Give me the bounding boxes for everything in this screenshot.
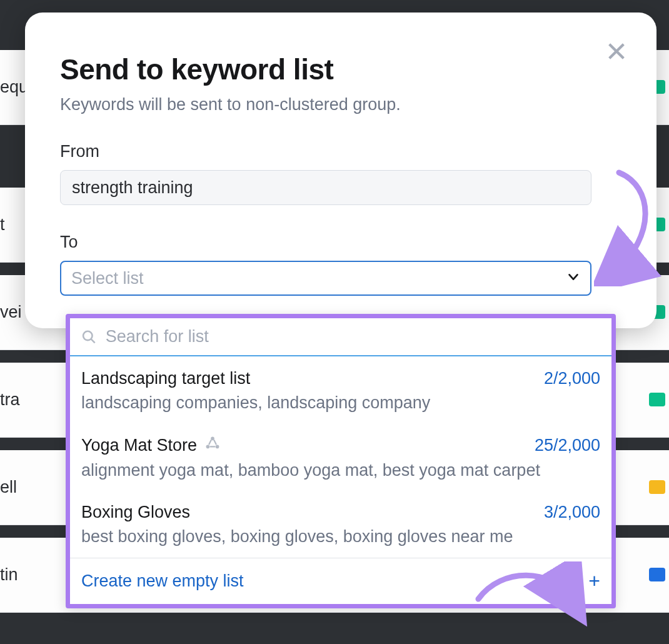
list-item-subtitle: landscaping companies, landscaping compa… bbox=[81, 393, 600, 413]
svg-point-1 bbox=[211, 437, 214, 441]
to-select-dropdown: Landscaping target list2/2,000landscapin… bbox=[66, 314, 616, 608]
create-new-list-label: Create new empty list bbox=[81, 571, 244, 591]
modal-title: Send to keyword list bbox=[60, 53, 621, 86]
list-item[interactable]: Landscaping target list2/2,000landscapin… bbox=[70, 356, 611, 424]
list-item-subtitle: alignment yoga mat, bamboo yoga mat, bes… bbox=[81, 461, 600, 480]
from-value: strength training bbox=[72, 178, 193, 198]
list-item[interactable]: Yoga Mat Store25/2,000alignment yoga mat… bbox=[70, 424, 611, 491]
create-new-list-button[interactable]: Create new empty list + bbox=[70, 558, 611, 604]
list-item-count: 2/2,000 bbox=[544, 369, 600, 388]
to-placeholder: Select list bbox=[71, 269, 144, 288]
dropdown-list: Landscaping target list2/2,000landscapin… bbox=[70, 356, 611, 558]
close-button[interactable] bbox=[603, 38, 630, 65]
search-icon bbox=[81, 329, 97, 345]
from-label: From bbox=[60, 142, 621, 161]
svg-point-0 bbox=[83, 331, 92, 340]
background-row-badge bbox=[649, 568, 665, 581]
chevron-down-icon bbox=[566, 270, 580, 286]
modal-subtitle: Keywords will be sent to non-clustered g… bbox=[60, 95, 621, 114]
dropdown-search-input[interactable] bbox=[106, 327, 600, 346]
dropdown-search-row bbox=[70, 318, 611, 356]
list-item-count: 3/2,000 bbox=[544, 503, 600, 522]
list-item-header: Yoga Mat Store25/2,000 bbox=[81, 435, 600, 456]
send-to-keyword-list-modal: Send to keyword list Keywords will be se… bbox=[25, 13, 656, 328]
background-row-text: t bbox=[0, 215, 5, 234]
background-row-text: tin bbox=[0, 565, 18, 585]
list-item-header: Boxing Gloves3/2,000 bbox=[81, 503, 600, 522]
list-item-name: Landscaping target list bbox=[81, 369, 250, 388]
background-row-badge bbox=[649, 393, 665, 406]
svg-point-2 bbox=[206, 445, 210, 449]
list-item-subtitle: best boxing gloves, boxing gloves, boxin… bbox=[81, 527, 600, 546]
to-select[interactable]: Select list bbox=[60, 261, 591, 296]
plus-icon: + bbox=[588, 570, 600, 593]
background-row-text: equ bbox=[0, 78, 28, 97]
background-row-text: ell bbox=[0, 478, 17, 497]
background-row-text: tra bbox=[0, 390, 20, 410]
list-item-name-text: Yoga Mat Store bbox=[81, 436, 197, 455]
list-item[interactable]: Boxing Gloves3/2,000best boxing gloves, … bbox=[70, 491, 611, 558]
background-row-badge bbox=[649, 480, 665, 494]
list-item-header: Landscaping target list2/2,000 bbox=[81, 369, 600, 388]
list-item-name: Yoga Mat Store bbox=[81, 435, 221, 456]
shared-icon bbox=[204, 435, 221, 456]
svg-point-3 bbox=[216, 445, 219, 449]
from-input[interactable]: strength training bbox=[60, 170, 591, 205]
background-row-text: vei bbox=[0, 303, 22, 322]
close-icon bbox=[606, 41, 627, 62]
list-item-count: 25/2,000 bbox=[535, 436, 600, 455]
to-label: To bbox=[60, 233, 621, 252]
list-item-name-text: Landscaping target list bbox=[81, 369, 250, 388]
list-item-name-text: Boxing Gloves bbox=[81, 503, 190, 522]
list-item-name: Boxing Gloves bbox=[81, 503, 190, 522]
